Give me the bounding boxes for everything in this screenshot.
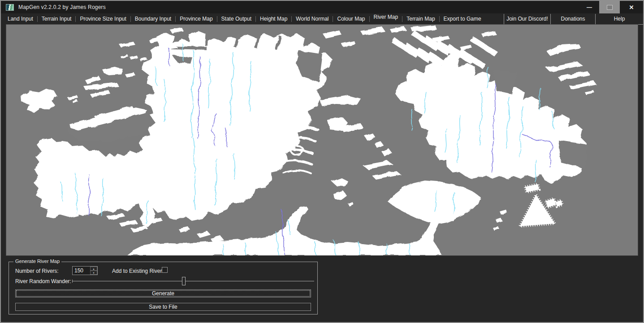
number-of-rivers-label: Number of Rivers: [15,268,59,274]
slider-thumb[interactable] [182,277,186,285]
app-window: MapGen v2.2.0.2 by James Rogers — ✕ Land… [0,0,644,323]
number-of-rivers-spinner: ▲ ▼ [72,266,98,275]
map-view[interactable] [6,25,638,255]
tab-boundary-input[interactable]: Boundary Input [131,13,175,25]
river-random-wander-label: River Random Wander: [15,278,71,284]
maximize-button[interactable] [599,1,620,13]
generate-river-map-group: Generate River Map Number of Rivers: ▲ ▼… [9,262,318,314]
save-to-file-button[interactable]: Save to File [15,303,311,311]
spin-up-button[interactable]: ▲ [90,267,97,271]
restore-icon [607,5,613,10]
join-our-discord-button[interactable]: Join Our Discord! [504,14,550,25]
tab-province-size-input[interactable]: Province Size Input [76,13,130,25]
number-of-rivers-input[interactable] [73,267,90,275]
slider-track[interactable] [72,281,314,281]
tab-river-map[interactable]: River Map [370,12,402,23]
tab-world-normal[interactable]: World Normal [292,13,333,25]
add-to-existing-rivers-label: Add to Existing Rivers: [112,268,166,274]
menubar: Land InputTerrain InputProvince Size Inp… [1,13,643,25]
spin-down-button[interactable]: ▼ [90,271,97,275]
tab-land-input[interactable]: Land Input [4,13,37,25]
save-to-file-button-label: Save to File [149,304,177,310]
menu-right-buttons: Join Our Discord!DonationsHelp [504,14,643,25]
tab-terrain-map[interactable]: Terrain Map [402,13,439,25]
titlebar: MapGen v2.2.0.2 by James Rogers — ✕ [1,1,643,13]
tab-terrain-input[interactable]: Terrain Input [38,13,76,25]
tab-province-map[interactable]: Province Map [176,13,216,25]
window-title: MapGen v2.2.0.2 by James Rogers [18,4,106,10]
tab-height-map[interactable]: Height Map [256,13,291,25]
generate-button[interactable]: Generate [15,289,311,297]
generate-button-label: Generate [152,290,174,297]
tab-colour-map[interactable]: Colour Map [333,13,369,25]
group-legend: Generate River Map [13,258,61,264]
spinner-buttons: ▲ ▼ [90,267,97,275]
map-svg [6,25,638,255]
donations-button[interactable]: Donations [550,14,595,25]
minimize-button[interactable]: — [579,1,599,13]
window-controls: — ✕ [579,1,643,13]
tab-export-to-game[interactable]: Export to Game [440,13,485,25]
wander-slider[interactable] [72,277,314,285]
app-icon [6,4,14,11]
tab-state-output[interactable]: State Output [217,13,255,25]
menu-tabs: Land InputTerrain InputProvince Size Inp… [4,13,485,25]
help-button[interactable]: Help [595,14,643,25]
add-to-existing-rivers-checkbox[interactable] [162,267,168,273]
close-button[interactable]: ✕ [620,1,643,13]
